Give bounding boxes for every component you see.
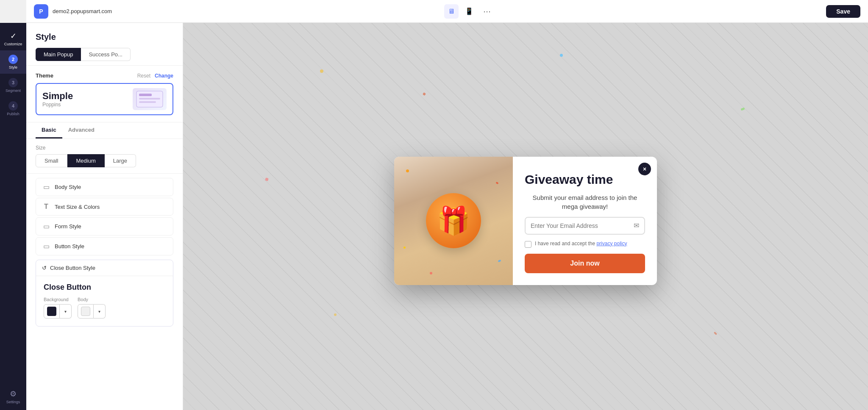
privacy-text: I have read and accept the privacy polic… <box>535 241 627 247</box>
theme-preview <box>133 88 167 110</box>
popup-modal: × 🎁 Giveaway time Submit your email addr… <box>394 157 657 285</box>
close-btn-header-icon: ↺ <box>42 265 47 271</box>
close-btn-header-label: Close Button Style <box>50 265 95 271</box>
confetti-dot <box>334 313 337 316</box>
theme-change-button[interactable]: Change <box>155 73 173 79</box>
svg-rect-3 <box>139 101 156 103</box>
sidebar-item-style[interactable]: 2 Style <box>0 50 26 74</box>
popup-close-button[interactable]: × <box>638 163 651 175</box>
tab-main-popup[interactable]: Main Popup <box>36 48 81 61</box>
join-now-button[interactable]: Join now <box>525 254 645 273</box>
sidebar-num-segment: 3 <box>8 78 18 87</box>
popup-subtitle: Submit your email address to join the me… <box>525 193 645 211</box>
background-color-dropdown[interactable]: ▾ <box>60 304 72 319</box>
popup-privacy-row: I have read and accept the privacy polic… <box>525 241 645 248</box>
chevron-down-icon-body: ▾ <box>98 309 100 314</box>
body-color-value <box>81 307 90 316</box>
background-color-swatch[interactable] <box>44 304 60 319</box>
tab-success-popup[interactable]: Success Po... <box>81 48 130 61</box>
theme-section: Theme Reset Change Simple Poppins <box>26 66 183 122</box>
theme-label: Theme <box>36 72 53 79</box>
mobile-view-button[interactable]: 📱 <box>462 4 476 19</box>
confetti-dot <box>741 108 745 111</box>
button-style-option[interactable]: ▭ Button Style <box>36 237 173 255</box>
theme-card-info: Simple Poppins <box>42 91 73 108</box>
close-button-style-option[interactable]: ↺ Close Button Style <box>36 260 173 276</box>
body-style-option[interactable]: ▭ Body Style <box>36 178 173 196</box>
body-color-swatch[interactable] <box>78 304 94 319</box>
size-large-button[interactable]: Large <box>105 154 136 167</box>
form-style-option[interactable]: ▭ Form Style <box>36 217 173 235</box>
popup-image-area: 🎁 <box>394 157 513 285</box>
body-color-picker: ▾ <box>78 304 106 319</box>
confetti-dot <box>265 177 269 181</box>
popup-confetti <box>496 182 499 184</box>
popup-email-row: ✉ <box>525 217 645 235</box>
popup-confetti <box>403 247 406 249</box>
sidebar-item-label-publish: Publish <box>7 112 19 116</box>
sidebar-item-customize[interactable]: ✓ Customize <box>0 27 26 50</box>
background-color-value <box>47 307 56 316</box>
tab-advanced[interactable]: Advanced <box>62 122 100 139</box>
sidebar-nav: ✓ Customize 2 Style 3 Segment 4 Publish … <box>0 23 26 410</box>
tab-basic[interactable]: Basic <box>36 122 62 139</box>
svg-rect-2 <box>139 98 160 100</box>
style-options-list: ▭ Body Style T Text Size & Colors ▭ Form… <box>26 174 183 260</box>
body-color-dropdown[interactable]: ▾ <box>94 304 106 319</box>
popup-confetti <box>498 260 501 262</box>
size-section: Size Small Medium Large <box>26 139 183 174</box>
email-icon: ✉ <box>629 222 644 230</box>
top-bar-actions: Save <box>826 5 860 18</box>
top-bar: P demo2.popupsmart.com 🖥 📱 ⋯ Save <box>26 0 868 23</box>
theme-row: Theme Reset Change <box>36 72 173 79</box>
theme-reset-button[interactable]: Reset <box>137 73 150 79</box>
text-size-colors-label: Text Size & Colors <box>55 204 100 210</box>
view-toggle-group: 🖥 📱 ⋯ <box>444 4 494 19</box>
theme-font: Poppins <box>42 102 73 108</box>
close-icon: × <box>643 166 646 172</box>
popup-title: Giveaway time <box>525 172 645 187</box>
popup-content-area: Giveaway time Submit your email address … <box>513 157 657 285</box>
svg-rect-1 <box>139 94 152 96</box>
background-color-picker: ▾ <box>44 304 72 319</box>
form-style-label: Form Style <box>55 223 81 230</box>
body-color-label: Body <box>78 297 106 302</box>
sidebar-item-segment[interactable]: 3 Segment <box>0 74 26 97</box>
privacy-checkbox[interactable] <box>525 241 531 248</box>
app-logo: P <box>34 4 48 19</box>
sidebar-item-settings[interactable]: ⚙ Settings <box>0 385 26 410</box>
style-panel: Style Main Popup Success Po... Theme Res… <box>26 23 183 410</box>
background-label: Background <box>44 297 72 302</box>
text-size-colors-option[interactable]: T Text Size & Colors <box>36 198 173 216</box>
check-icon: ✓ <box>10 31 17 41</box>
button-style-icon: ▭ <box>42 242 50 250</box>
popup-confetti <box>430 272 432 274</box>
text-icon: T <box>42 203 50 211</box>
email-input[interactable] <box>526 218 629 234</box>
save-button[interactable]: Save <box>826 5 860 18</box>
sidebar-item-label-settings: Settings <box>6 400 20 404</box>
top-bar-left: P demo2.popupsmart.com <box>34 4 112 19</box>
more-options-button[interactable]: ⋯ <box>480 4 494 19</box>
theme-preview-svg <box>135 89 164 109</box>
confetti-dot <box>560 54 563 57</box>
close-button-title: Close Button <box>44 283 165 292</box>
sidebar-item-label-customize: Customize <box>4 42 22 46</box>
sidebar-num-style: 2 <box>8 55 18 64</box>
close-button-fields: Background ▾ Body <box>44 297 165 319</box>
sidebar-item-label-segment: Segment <box>6 89 21 93</box>
button-style-label: Button Style <box>55 243 84 249</box>
size-small-button[interactable]: Small <box>36 154 67 167</box>
privacy-policy-link[interactable]: privacy policy <box>596 241 627 247</box>
style-panel-title: Style <box>36 32 173 42</box>
size-medium-button[interactable]: Medium <box>67 154 105 167</box>
theme-name: Simple <box>42 91 73 102</box>
chevron-down-icon: ▾ <box>64 309 67 314</box>
popup-confetti <box>406 169 409 172</box>
size-label: Size <box>36 145 173 151</box>
confetti-dot <box>422 92 426 95</box>
size-buttons: Small Medium Large <box>36 154 173 167</box>
desktop-view-button[interactable]: 🖥 <box>444 4 459 19</box>
confetti-dot <box>320 69 323 73</box>
sidebar-item-publish[interactable]: 4 Publish <box>0 97 26 120</box>
